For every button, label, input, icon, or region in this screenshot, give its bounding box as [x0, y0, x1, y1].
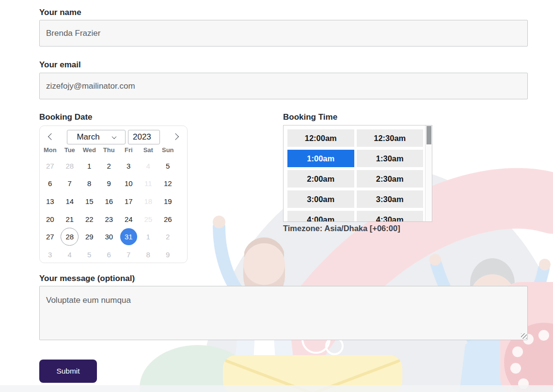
scrollbar-thumb[interactable] — [427, 126, 431, 144]
calendar-day[interactable]: 5 — [79, 246, 99, 264]
calendar-day[interactable]: 4 — [60, 246, 80, 264]
email-input[interactable] — [39, 73, 528, 99]
calendar-day-number: 25 — [140, 211, 157, 228]
calendar-day[interactable]: 28 — [60, 228, 80, 246]
calendar-day-number: 1 — [81, 157, 98, 174]
calendar-day-number: 6 — [100, 246, 117, 263]
calendar-day-number: 9 — [100, 175, 117, 192]
calendar-day[interactable]: 21 — [60, 210, 80, 228]
calendar-day-number: 8 — [140, 246, 157, 263]
calendar-day-number: 27 — [42, 157, 59, 174]
weekday-label: Sun — [158, 146, 178, 154]
time-slot[interactable]: 4:30am — [357, 211, 424, 222]
calendar-day-number: 21 — [61, 211, 78, 228]
time-list-scrollbar[interactable] — [425, 125, 432, 221]
weekday-label: Mon — [40, 146, 60, 154]
left-person-hand — [213, 216, 225, 228]
time-slot[interactable]: 3:00am — [287, 190, 354, 208]
calendar-day[interactable]: 14 — [60, 192, 80, 210]
calendar-day[interactable]: 7 — [119, 246, 139, 264]
weekday-label: Sat — [139, 146, 158, 154]
calendar-day[interactable]: 27 — [40, 157, 60, 175]
time-slot[interactable]: 2:30am — [357, 170, 424, 188]
calendar-day[interactable]: 16 — [99, 192, 119, 210]
prev-month-button[interactable] — [43, 129, 58, 144]
calendar-day[interactable]: 8 — [79, 175, 99, 193]
calendar-day-number: 28 — [61, 228, 79, 246]
calendar-day[interactable]: 12 — [158, 175, 178, 193]
time-slot[interactable]: 3:30am — [357, 190, 424, 208]
calendar-day[interactable]: 26 — [158, 210, 178, 228]
calendar-day-number: 10 — [120, 175, 137, 192]
chevron-right-icon — [172, 133, 179, 140]
weekday-label: Fri — [119, 146, 139, 154]
timezone-note: Timezone: Asia/Dhaka [+06:00] — [283, 224, 400, 233]
resize-grip-icon[interactable] — [521, 333, 527, 339]
calendar-day-number: 14 — [61, 193, 78, 210]
chevron-down-icon — [111, 134, 116, 139]
calendar-day[interactable]: 7 — [60, 175, 80, 193]
booking-date-label: Booking Date — [39, 112, 93, 122]
calendar-day[interactable]: 3 — [119, 157, 139, 175]
time-slot[interactable]: 4:00am — [287, 211, 354, 222]
time-slot[interactable]: 12:30am — [357, 129, 424, 147]
calendar-day[interactable]: 9 — [158, 246, 178, 264]
time-slot[interactable]: 12:00am — [287, 129, 354, 147]
calendar-day-number: 2 — [100, 157, 117, 174]
calendar-day[interactable]: 30 — [99, 228, 119, 246]
calendar-day[interactable]: 23 — [99, 210, 119, 228]
calendar-day-number: 12 — [159, 175, 176, 192]
time-slot[interactable]: 1:00am — [287, 150, 354, 167]
calendar-day[interactable]: 1 — [79, 157, 99, 175]
calendar-day[interactable]: 3 — [40, 246, 60, 264]
weekday-label: Wed — [79, 146, 99, 154]
calendar-day[interactable]: 5 — [158, 157, 178, 175]
calendar-day-number: 24 — [120, 211, 137, 228]
calendar-day[interactable]: 13 — [40, 192, 60, 210]
message-textarea[interactable]: Voluptate eum numqua — [39, 286, 528, 340]
calendar-day-number: 6 — [42, 175, 59, 192]
chevron-left-icon — [48, 133, 55, 140]
name-input[interactable] — [39, 20, 528, 47]
calendar-day[interactable]: 28 — [60, 157, 80, 175]
next-month-button[interactable] — [169, 129, 184, 144]
calendar-day[interactable]: 15 — [79, 192, 99, 210]
time-slot[interactable]: 2:00am — [287, 170, 354, 188]
calendar-day[interactable]: 6 — [40, 175, 60, 193]
calendar-day[interactable]: 24 — [119, 210, 139, 228]
calendar-day-number: 30 — [100, 228, 117, 245]
time-slot-grid: 12:00am12:30am1:00am1:30am2:00am2:30am3:… — [287, 129, 423, 222]
date-picker-calendar: March MonTueWedThuFriSatSun 272812345678… — [39, 125, 188, 263]
submit-button[interactable]: Submit — [39, 360, 97, 383]
weekday-label: Thu — [99, 146, 119, 154]
calendar-day[interactable]: 2 — [158, 228, 178, 246]
time-slot-list: 12:00am12:30am1:00am1:30am2:00am2:30am3:… — [283, 125, 432, 222]
calendar-day-number: 11 — [140, 175, 157, 192]
month-select-value: March — [77, 132, 99, 142]
calendar-day[interactable]: 27 — [40, 228, 60, 246]
calendar-day[interactable]: 29 — [79, 228, 99, 246]
time-slot[interactable]: 1:30am — [357, 150, 424, 167]
calendar-day[interactable]: 1 — [139, 228, 158, 246]
calendar-day[interactable]: 17 — [119, 192, 139, 210]
calendar-day[interactable]: 22 — [79, 210, 99, 228]
calendar-day[interactable]: 31 — [119, 228, 139, 246]
calendar-day[interactable]: 8 — [139, 246, 158, 264]
calendar-day: 4 — [139, 157, 158, 175]
year-input[interactable] — [128, 130, 160, 144]
calendar-day-number: 1 — [140, 228, 157, 245]
calendar-day[interactable]: 6 — [99, 246, 119, 264]
email-label: Your email — [39, 60, 81, 70]
weekday-header: MonTueWedThuFriSatSun — [40, 146, 178, 154]
calendar-day-number: 3 — [120, 157, 137, 174]
calendar-day-number: 29 — [81, 228, 98, 245]
calendar-day-number: 2 — [159, 228, 176, 245]
calendar-day[interactable]: 20 — [40, 210, 60, 228]
calendar-day[interactable]: 9 — [99, 175, 119, 193]
calendar-day-number: 7 — [61, 175, 78, 192]
calendar-day[interactable]: 19 — [158, 192, 178, 210]
month-select[interactable]: March — [67, 130, 126, 144]
calendar-day[interactable]: 2 — [99, 157, 119, 175]
calendar-day-number: 7 — [120, 246, 137, 263]
calendar-day[interactable]: 10 — [119, 175, 139, 193]
